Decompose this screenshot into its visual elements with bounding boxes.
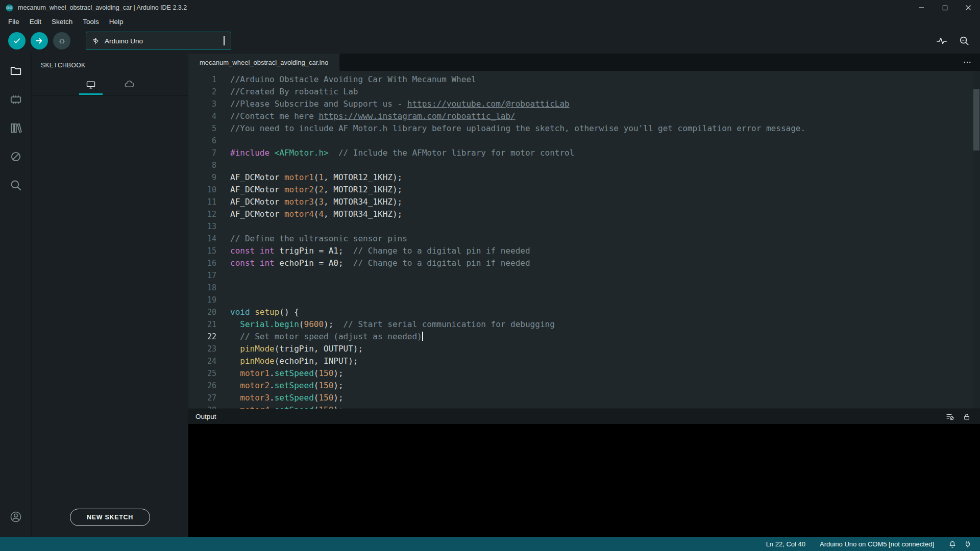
toggle-autoscroll-lock-icon[interactable] — [963, 413, 971, 421]
code-line[interactable]: motor3.setSpeed(150); — [230, 392, 980, 404]
debugger-icon[interactable] — [0, 142, 31, 171]
title-bar: mecanum_wheel_obstracl_avoiding_car | Ar… — [0, 0, 980, 15]
verify-button[interactable] — [8, 32, 26, 49]
search-icon[interactable] — [0, 171, 31, 199]
menu-help[interactable]: Help — [104, 16, 129, 27]
more-actions-button[interactable] — [963, 54, 980, 71]
active-tab-underline — [79, 93, 103, 95]
code-line[interactable]: Serial.begin(9600); // Start serial comm… — [230, 318, 980, 331]
status-bar: Ln 22, Col 40 Arduino Uno on COM5 [not c… — [0, 537, 980, 551]
code-line[interactable]: // Define the ultrasonic sensor pins — [230, 233, 980, 245]
line-number: 26 — [188, 380, 216, 392]
new-sketch-button[interactable]: NEW SKETCH — [70, 509, 150, 526]
code-line[interactable] — [230, 220, 980, 233]
bug-icon — [58, 37, 66, 45]
line-number: 5 — [188, 122, 216, 135]
code-lines: //Arduino Obstacle Avoiding Car With Mec… — [230, 73, 980, 409]
code-line[interactable] — [230, 294, 980, 306]
cloud-sketchbook-icon — [124, 79, 135, 90]
close-button[interactable] — [957, 0, 980, 15]
code-line[interactable]: //Created By roboattic Lab — [230, 86, 980, 98]
sketchbook-list — [32, 95, 188, 509]
cloud-sketchbook-tab[interactable] — [110, 74, 149, 95]
bell-icon[interactable] — [948, 540, 957, 548]
output-panel-icons — [945, 412, 971, 421]
code-line[interactable]: motor1.setSpeed(150); — [230, 367, 980, 380]
code-line[interactable] — [230, 269, 980, 282]
line-number: 12 — [188, 208, 216, 220]
maximize-button[interactable] — [933, 0, 957, 15]
code-line[interactable]: pinMode(trigPin, OUTPUT); — [230, 343, 980, 355]
code-line[interactable]: const int trigPin = A1; // Change to a d… — [230, 245, 980, 257]
minimize-button[interactable] — [910, 0, 933, 15]
sketchbook-panel: SKETCHBOOK NEW SKETCH — [32, 54, 188, 537]
debug-button[interactable] — [53, 32, 70, 49]
arduino-ide-window: mecanum_wheel_obstracl_avoiding_car | Ar… — [0, 0, 980, 551]
line-number: 16 — [188, 257, 216, 269]
line-number: 3 — [188, 98, 216, 110]
code-line[interactable]: motor2.setSpeed(150); — [230, 380, 980, 392]
serial-plotter-icon[interactable] — [933, 32, 950, 49]
editor-tab-bar: mecanum_wheel_obstracl_avoiding_car.ino — [188, 54, 980, 71]
code-line[interactable]: #include <AFMotor.h> // Include the AFMo… — [230, 147, 980, 159]
board-selector-dropdown[interactable]: Arduino Uno — [86, 32, 231, 50]
line-number: 18 — [188, 282, 216, 294]
output-console[interactable] — [188, 424, 980, 537]
sketchbook-folder-icon[interactable] — [0, 57, 31, 85]
boards-manager-icon[interactable] — [0, 85, 31, 114]
output-panel-header: Output — [188, 409, 980, 424]
line-number: 25 — [188, 367, 216, 380]
code-line[interactable]: pinMode(echoPin, INPUT); — [230, 355, 980, 367]
code-line[interactable] — [230, 135, 980, 147]
menu-sketch[interactable]: Sketch — [46, 16, 78, 27]
line-number: 7 — [188, 147, 216, 159]
main-area: SKETCHBOOK NEW SKETCH mecanum_wheel_obst… — [0, 54, 980, 537]
code-line[interactable]: //Please Subscribe and Support us - http… — [230, 98, 980, 110]
code-line[interactable]: // Set motor speed (adjust as needed) — [230, 331, 980, 343]
code-line[interactable]: AF_DCMotor motor2(2, MOTOR12_1KHZ); — [230, 184, 980, 196]
line-number: 22 — [188, 331, 216, 343]
code-line[interactable]: AF_DCMotor motor4(4, MOTOR34_1KHZ); — [230, 208, 980, 220]
account-icon[interactable] — [0, 503, 31, 531]
text-cursor — [422, 332, 423, 341]
sketchbook-header: SKETCHBOOK — [32, 54, 188, 74]
editor-tab[interactable]: mecanum_wheel_obstracl_avoiding_car.ino — [188, 54, 339, 71]
editor-region: mecanum_wheel_obstracl_avoiding_car.ino … — [188, 54, 980, 537]
upload-button[interactable] — [31, 32, 48, 49]
code-line[interactable]: //Arduino Obstacle Avoiding Car With Mec… — [230, 73, 980, 86]
code-editor[interactable]: 1234567891011121314151617181920212223242… — [188, 71, 980, 409]
code-line[interactable] — [230, 159, 980, 171]
line-number: 4 — [188, 110, 216, 122]
line-number: 20 — [188, 306, 216, 318]
local-sketchbook-icon — [86, 80, 96, 90]
local-sketchbook-tab[interactable] — [71, 74, 110, 95]
board-selector-value: Arduino Uno — [105, 37, 143, 45]
line-number: 15 — [188, 245, 216, 257]
code-line[interactable]: const int echoPin = A0; // Change to a d… — [230, 257, 980, 269]
serial-monitor-icon[interactable] — [955, 32, 973, 49]
editor-scrollbar[interactable] — [973, 71, 980, 409]
window-controls — [910, 0, 980, 15]
line-number: 11 — [188, 196, 216, 208]
chevron-down-icon — [224, 36, 225, 45]
line-number: 21 — [188, 318, 216, 331]
scrollbar-thumb[interactable] — [973, 89, 979, 151]
checkmark-icon — [12, 36, 21, 45]
code-line[interactable]: void setup() { — [230, 306, 980, 318]
menu-file[interactable]: File — [3, 16, 24, 27]
line-number: 2 — [188, 86, 216, 98]
code-line[interactable]: //You need to include AF Motor.h library… — [230, 122, 980, 135]
code-line[interactable]: motor4.setSpeed(150); — [230, 404, 980, 409]
line-number: 27 — [188, 392, 216, 404]
sketchbook-tabs — [32, 74, 188, 95]
clear-output-icon[interactable] — [945, 412, 954, 421]
code-line[interactable] — [230, 282, 980, 294]
library-manager-icon[interactable] — [0, 114, 31, 142]
plug-icon[interactable] — [964, 540, 972, 548]
line-number: 14 — [188, 233, 216, 245]
code-line[interactable]: AF_DCMotor motor1(1, MOTOR12_1KHZ); — [230, 171, 980, 184]
code-line[interactable]: //Contact me here https://www.instagram.… — [230, 110, 980, 122]
menu-tools[interactable]: Tools — [78, 16, 104, 27]
code-line[interactable]: AF_DCMotor motor3(3, MOTOR34_1KHZ); — [230, 196, 980, 208]
menu-edit[interactable]: Edit — [24, 16, 46, 27]
